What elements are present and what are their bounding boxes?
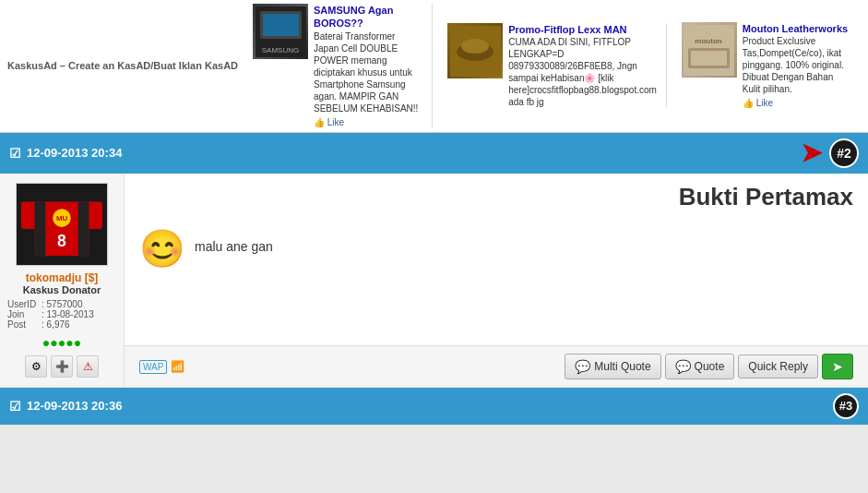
quick-reply-button[interactable]: Quick Reply [738, 355, 818, 379]
checkbox-icon[interactable]: ☑ [9, 146, 21, 161]
post2-area: MU 8 tokomadju [$] Kaskus Donator UserID… [0, 174, 868, 388]
user-title: Kaskus Donator [23, 284, 101, 295]
svg-rect-2 [263, 14, 299, 36]
emoticon: 😊 [139, 230, 185, 267]
ad-banner-label: KaskusAd – Create an KasAD/Buat Iklan Ka… [7, 60, 238, 71]
checkbox-icon-3[interactable]: ☑ [9, 399, 21, 414]
userid-label: UserID [7, 299, 40, 309]
wap-icon: WAP 📶 [139, 360, 184, 373]
avatar: MU 8 [16, 183, 108, 266]
ad-like-1[interactable]: 👍 Like [314, 116, 422, 128]
join-value: : 13-08-2013 [42, 309, 94, 319]
svg-point-6 [461, 39, 489, 54]
ad-thumb-2 [447, 23, 503, 78]
post3-badge: #3 [833, 393, 859, 419]
ad-item-1[interactable]: SAMSUNG SAMSUNG Agan BOROS?? Baterai Tra… [253, 4, 433, 128]
ad-body-1: Baterai Transformer Japan Cell DOUBLE PO… [314, 30, 422, 114]
svg-text:SAMSUNG: SAMSUNG [261, 46, 298, 54]
thread-bar-post3: ☑ 12-09-2013 20:36 #3 [0, 388, 868, 425]
go-button[interactable]: ➤ [822, 354, 853, 379]
ad-content-2: Promo-Fitflop Lexx MAN CUMA ADA DI SINI,… [508, 23, 657, 108]
ad-body-3: Product Exclusive Tas,Dompet(Ce/co), ika… [743, 35, 851, 95]
post-label: Post [7, 319, 40, 330]
join-label: Join [7, 309, 40, 319]
ad-item-2[interactable]: Promo-Fitflop Lexx MAN CUMA ADA DI SINI,… [447, 23, 667, 108]
ad-content-1: SAMSUNG Agan BOROS?? Baterai Transformer… [314, 4, 422, 128]
post2-sidebar: MU 8 tokomadju [$] Kaskus Donator UserID… [0, 174, 125, 387]
username[interactable]: tokomadju [$] [26, 271, 99, 284]
post2-footer: WAP 📶 💬 Multi Quote 💬 Quote Quick Reply … [125, 345, 868, 387]
action-btn-settings[interactable]: ⚙ [25, 355, 47, 378]
post2-content-wrapper: Bukti Pertamax 😊 malu ane gan WAP 📶 💬 Mu… [125, 174, 868, 387]
ad-body-2: CUMA ADA DI SINI, FITFLOP LENGKAP=D 0897… [508, 36, 657, 108]
svg-rect-16 [78, 201, 89, 256]
svg-text:MU: MU [56, 214, 68, 222]
post2-content: Bukti Pertamax 😊 malu ane gan [125, 174, 868, 345]
post2-title: Bukti Pertamax [139, 183, 853, 211]
post3-datetime: 12-09-2013 20:36 [27, 399, 122, 413]
svg-text:8: 8 [57, 232, 66, 250]
ad-thumb-1: SAMSUNG [253, 4, 308, 59]
ad-title-2[interactable]: Promo-Fitflop Lexx MAN [508, 23, 657, 36]
ad-item-3[interactable]: mouton Mouton Leatherworks Product Exclu… [682, 22, 861, 109]
thread-bar-right: ➤ #2 [801, 138, 859, 168]
ad-thumb-3: mouton [682, 22, 737, 78]
userid-value: : 5757000 [42, 299, 83, 309]
svg-text:mouton: mouton [696, 37, 722, 45]
post2-text-area: 😊 malu ane gan [139, 221, 853, 267]
user-actions: ⚙ ➕ ⚠ [25, 355, 99, 378]
ad-content-3: Mouton Leatherworks Product Exclusive Ta… [743, 22, 851, 109]
post2-datetime: 12-09-2013 20:34 [27, 146, 122, 160]
quote-button[interactable]: 💬 Quote [665, 354, 735, 379]
reply-buttons: 💬 Multi Quote 💬 Quote Quick Reply ➤ [565, 354, 853, 379]
ad-title-1[interactable]: SAMSUNG Agan BOROS?? [314, 4, 422, 30]
quote-icon: 💬 [675, 359, 691, 374]
post2-text: malu ane gan [195, 230, 273, 254]
post-value: : 6,976 [42, 319, 70, 330]
thread-bar-left: ☑ 12-09-2013 20:34 [9, 146, 122, 161]
action-btn-add[interactable]: ➕ [51, 355, 73, 378]
multi-quote-button[interactable]: 💬 Multi Quote [565, 354, 660, 379]
ad-banner: KaskusAd – Create an KasAD/Buat Iklan Ka… [0, 0, 868, 133]
wap-label[interactable]: WAP [139, 360, 167, 374]
svg-rect-15 [35, 201, 46, 256]
arrow-right-icon: ➤ [801, 140, 822, 166]
user-info: UserID : 5757000 Join : 13-08-2013 Post … [7, 299, 116, 330]
wap-signal-icon: 📶 [171, 360, 184, 373]
post2-badge: #2 [829, 138, 859, 168]
user-stars: ●●●●● [42, 335, 81, 350]
post3-left: ☑ 12-09-2013 20:36 [9, 399, 122, 414]
multi-quote-icon: 💬 [575, 359, 590, 374]
svg-rect-10 [691, 51, 727, 66]
ad-like-3[interactable]: 👍 Like [743, 97, 851, 109]
action-btn-alert[interactable]: ⚠ [77, 355, 99, 378]
thread-bar-post2: ☑ 12-09-2013 20:34 ➤ #2 [0, 133, 868, 174]
ad-title-3[interactable]: Mouton Leatherworks [743, 22, 851, 35]
